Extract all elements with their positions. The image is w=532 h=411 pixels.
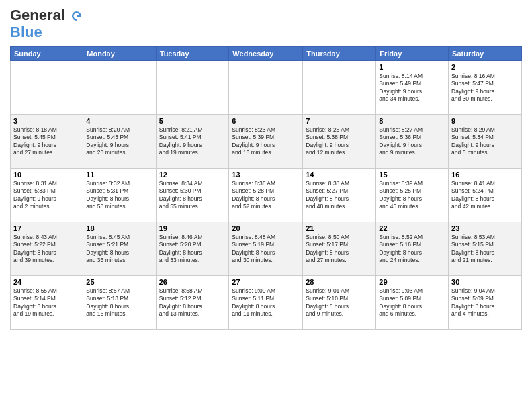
day-number: 29 — [379, 278, 445, 286]
day-info: Sunrise: 8:55 AM Sunset: 5:14 PM Dayligh… — [13, 287, 80, 318]
day-info: Sunrise: 8:46 AM Sunset: 5:20 PM Dayligh… — [159, 234, 226, 265]
day-cell-8: 8Sunrise: 8:27 AM Sunset: 5:36 PM Daylig… — [376, 114, 449, 168]
day-info: Sunrise: 8:41 AM Sunset: 5:24 PM Dayligh… — [451, 180, 519, 211]
week-row-0: 1Sunrise: 8:14 AM Sunset: 5:49 PM Daylig… — [11, 60, 522, 114]
day-cell-23: 23Sunrise: 8:53 AM Sunset: 5:15 PM Dayli… — [449, 222, 522, 275]
day-cell-18: 18Sunrise: 8:45 AM Sunset: 5:21 PM Dayli… — [83, 222, 156, 275]
day-info: Sunrise: 8:45 AM Sunset: 5:21 PM Dayligh… — [86, 234, 152, 265]
day-info: Sunrise: 8:43 AM Sunset: 5:22 PM Dayligh… — [13, 234, 80, 265]
day-info: Sunrise: 8:25 AM Sunset: 5:38 PM Dayligh… — [306, 126, 373, 157]
day-number: 24 — [13, 278, 80, 286]
day-info: Sunrise: 9:00 AM Sunset: 5:11 PM Dayligh… — [232, 287, 300, 318]
col-header-tuesday: Tuesday — [156, 46, 229, 60]
day-cell-30: 30Sunrise: 9:04 AM Sunset: 5:09 PM Dayli… — [449, 275, 522, 329]
day-cell-empty — [303, 60, 376, 114]
day-info: Sunrise: 8:39 AM Sunset: 5:25 PM Dayligh… — [379, 180, 445, 211]
day-info: Sunrise: 8:34 AM Sunset: 5:30 PM Dayligh… — [159, 180, 226, 211]
day-info: Sunrise: 8:14 AM Sunset: 5:49 PM Dayligh… — [379, 73, 445, 103]
day-number: 26 — [159, 278, 226, 286]
col-header-friday: Friday — [376, 46, 449, 60]
day-info: Sunrise: 8:18 AM Sunset: 5:45 PM Dayligh… — [13, 126, 80, 157]
day-cell-21: 21Sunrise: 8:50 AM Sunset: 5:17 PM Dayli… — [303, 222, 376, 275]
day-info: Sunrise: 8:48 AM Sunset: 5:19 PM Dayligh… — [232, 234, 300, 265]
day-number: 13 — [232, 171, 300, 179]
week-row-4: 24Sunrise: 8:55 AM Sunset: 5:14 PM Dayli… — [11, 275, 522, 329]
day-cell-22: 22Sunrise: 8:52 AM Sunset: 5:16 PM Dayli… — [376, 222, 449, 275]
day-cell-12: 12Sunrise: 8:34 AM Sunset: 5:30 PM Dayli… — [156, 168, 229, 222]
day-info: Sunrise: 8:21 AM Sunset: 5:41 PM Dayligh… — [159, 126, 226, 157]
day-info: Sunrise: 8:32 AM Sunset: 5:31 PM Dayligh… — [86, 180, 152, 211]
day-number: 20 — [232, 224, 300, 232]
day-cell-13: 13Sunrise: 8:36 AM Sunset: 5:28 PM Dayli… — [229, 168, 303, 222]
col-header-monday: Monday — [83, 46, 156, 60]
day-cell-29: 29Sunrise: 9:03 AM Sunset: 5:09 PM Dayli… — [376, 275, 449, 329]
day-cell-empty — [83, 60, 156, 114]
day-info: Sunrise: 8:52 AM Sunset: 5:16 PM Dayligh… — [379, 234, 445, 265]
day-number: 22 — [379, 224, 445, 232]
col-header-sunday: Sunday — [11, 46, 83, 60]
day-number: 6 — [232, 117, 300, 125]
day-cell-empty — [229, 60, 303, 114]
day-number: 7 — [306, 117, 373, 125]
day-info: Sunrise: 8:20 AM Sunset: 5:43 PM Dayligh… — [86, 126, 152, 157]
week-row-2: 10Sunrise: 8:31 AM Sunset: 5:33 PM Dayli… — [11, 168, 522, 222]
day-cell-11: 11Sunrise: 8:32 AM Sunset: 5:31 PM Dayli… — [83, 168, 156, 222]
day-cell-27: 27Sunrise: 9:00 AM Sunset: 5:11 PM Dayli… — [229, 275, 303, 329]
day-number: 17 — [13, 224, 80, 232]
day-number: 8 — [379, 117, 445, 125]
day-number: 16 — [451, 171, 519, 179]
day-cell-20: 20Sunrise: 8:48 AM Sunset: 5:19 PM Dayli… — [229, 222, 303, 275]
day-cell-17: 17Sunrise: 8:43 AM Sunset: 5:22 PM Dayli… — [11, 222, 83, 275]
day-number: 4 — [86, 117, 152, 125]
day-number: 19 — [159, 224, 226, 232]
day-cell-empty — [156, 60, 229, 114]
day-info: Sunrise: 8:53 AM Sunset: 5:15 PM Dayligh… — [451, 234, 519, 265]
col-header-saturday: Saturday — [449, 46, 522, 60]
calendar: SundayMondayTuesdayWednesdayThursdayFrid… — [10, 46, 522, 330]
day-info: Sunrise: 8:29 AM Sunset: 5:34 PM Dayligh… — [451, 126, 519, 157]
day-info: Sunrise: 8:36 AM Sunset: 5:28 PM Dayligh… — [232, 180, 300, 211]
col-header-thursday: Thursday — [303, 46, 376, 60]
day-cell-10: 10Sunrise: 8:31 AM Sunset: 5:33 PM Dayli… — [11, 168, 83, 222]
week-row-1: 3Sunrise: 8:18 AM Sunset: 5:45 PM Daylig… — [11, 114, 522, 168]
day-info: Sunrise: 9:04 AM Sunset: 5:09 PM Dayligh… — [451, 287, 519, 318]
day-number: 12 — [159, 171, 226, 179]
page: General Blue SundayMondayTuesdayWednesda… — [0, 0, 532, 411]
day-cell-7: 7Sunrise: 8:25 AM Sunset: 5:38 PM Daylig… — [303, 114, 376, 168]
day-cell-25: 25Sunrise: 8:57 AM Sunset: 5:13 PM Dayli… — [83, 275, 156, 329]
day-info: Sunrise: 8:31 AM Sunset: 5:33 PM Dayligh… — [13, 180, 80, 211]
day-cell-6: 6Sunrise: 8:23 AM Sunset: 5:39 PM Daylig… — [229, 114, 303, 168]
day-info: Sunrise: 8:50 AM Sunset: 5:17 PM Dayligh… — [306, 234, 373, 265]
day-info: Sunrise: 9:03 AM Sunset: 5:09 PM Dayligh… — [379, 287, 445, 318]
day-number: 23 — [451, 224, 519, 232]
calendar-header-row: SundayMondayTuesdayWednesdayThursdayFrid… — [11, 46, 522, 60]
col-header-wednesday: Wednesday — [229, 46, 303, 60]
logo-text: General Blue — [10, 7, 83, 41]
day-number: 21 — [306, 224, 373, 232]
day-number: 18 — [86, 224, 152, 232]
day-cell-5: 5Sunrise: 8:21 AM Sunset: 5:41 PM Daylig… — [156, 114, 229, 168]
day-info: Sunrise: 8:38 AM Sunset: 5:27 PM Dayligh… — [306, 180, 373, 211]
day-number: 11 — [86, 171, 152, 179]
day-number: 10 — [13, 171, 80, 179]
day-info: Sunrise: 8:16 AM Sunset: 5:47 PM Dayligh… — [451, 73, 519, 103]
day-cell-15: 15Sunrise: 8:39 AM Sunset: 5:25 PM Dayli… — [376, 168, 449, 222]
day-cell-14: 14Sunrise: 8:38 AM Sunset: 5:27 PM Dayli… — [303, 168, 376, 222]
day-info: Sunrise: 9:01 AM Sunset: 5:10 PM Dayligh… — [306, 287, 373, 318]
day-info: Sunrise: 8:27 AM Sunset: 5:36 PM Dayligh… — [379, 126, 445, 157]
day-cell-19: 19Sunrise: 8:46 AM Sunset: 5:20 PM Dayli… — [156, 222, 229, 275]
day-number: 28 — [306, 278, 373, 286]
header: General Blue — [10, 7, 522, 41]
week-row-3: 17Sunrise: 8:43 AM Sunset: 5:22 PM Dayli… — [11, 222, 522, 275]
day-number: 9 — [451, 117, 519, 125]
logo: General Blue — [10, 7, 83, 41]
logo-icon — [71, 10, 83, 22]
day-number: 2 — [451, 63, 519, 71]
day-number: 3 — [13, 117, 80, 125]
day-number: 15 — [379, 171, 445, 179]
day-cell-empty — [11, 60, 83, 114]
day-info: Sunrise: 8:58 AM Sunset: 5:12 PM Dayligh… — [159, 287, 226, 318]
day-number: 14 — [306, 171, 373, 179]
day-cell-26: 26Sunrise: 8:58 AM Sunset: 5:12 PM Dayli… — [156, 275, 229, 329]
day-cell-24: 24Sunrise: 8:55 AM Sunset: 5:14 PM Dayli… — [11, 275, 83, 329]
